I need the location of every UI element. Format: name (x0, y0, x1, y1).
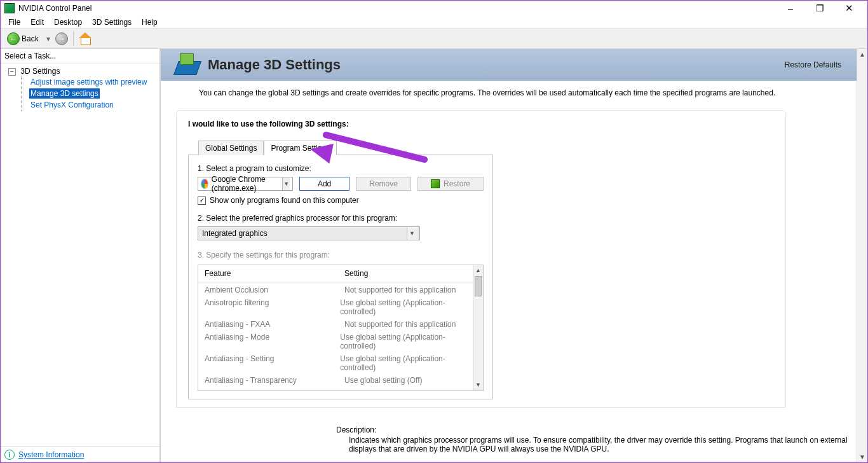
toolbar: ← Back ▾ → (1, 29, 867, 49)
nvidia-app-icon (4, 3, 15, 13)
step1-label: 1. Select a program to customize: (198, 164, 484, 173)
window-title: NVIDIA Control Panel (18, 4, 92, 13)
system-information-icon: i (4, 450, 15, 460)
sidebar-heading: Select a Task... (1, 49, 159, 64)
back-button[interactable]: ← Back (4, 31, 41, 46)
show-only-checkbox[interactable]: ✓ (198, 197, 206, 205)
column-setting: Setting (344, 269, 368, 278)
panel-lead-text: I would like to use the following 3D set… (188, 120, 774, 128)
main-content: Manage 3D Settings Restore Defaults You … (161, 49, 867, 462)
tree-item-manage-3d-settings[interactable]: Manage 3D settings (29, 88, 100, 99)
nvidia-3d-logo-icon (173, 52, 200, 78)
add-button[interactable]: Add (299, 177, 349, 191)
scroll-down-icon[interactable]: ▼ (473, 380, 483, 390)
tab-program-settings[interactable]: Program Settings (264, 141, 337, 155)
menu-3d-settings[interactable]: 3D Settings (87, 17, 137, 28)
menu-file[interactable]: File (3, 17, 25, 28)
minimize-button[interactable]: – (776, 1, 805, 16)
scroll-up-icon[interactable]: ▲ (473, 265, 483, 276)
settings-rows: Ambient OcclusionNot supported for this … (198, 282, 483, 390)
back-arrow-icon: ← (7, 32, 20, 45)
settings-table: Feature Setting Ambient OcclusionNot sup… (198, 265, 484, 391)
table-row: Ambient OcclusionNot supported for this … (205, 284, 477, 296)
tree-item-set-physx[interactable]: Set PhysX Configuration (29, 100, 115, 110)
tab-body: 1. Select a program to customize: Google… (188, 155, 493, 399)
menu-desktop[interactable]: Desktop (49, 17, 87, 28)
tabs: Global Settings Program Settings (198, 140, 774, 155)
maximize-button[interactable]: ❐ (805, 1, 834, 16)
table-row: Antialiasing - FXAANot supported for thi… (205, 318, 477, 331)
settings-panel: I would like to use the following 3D set… (176, 110, 786, 408)
task-tree: − 3D Settings Adjust image settings with… (1, 64, 159, 111)
page-header: Manage 3D Settings Restore Defaults (161, 49, 857, 81)
gpu-select[interactable]: Integrated graphics ▼ (198, 226, 420, 240)
menu-edit[interactable]: Edit (25, 17, 49, 28)
system-information-link[interactable]: System Information (18, 450, 84, 459)
scroll-down-icon[interactable]: ▼ (857, 452, 867, 462)
description-text: Indicates which graphics processor progr… (336, 436, 848, 453)
scroll-up-icon[interactable]: ▲ (857, 49, 867, 60)
program-select-value: Google Chrome (chrome.exe) (212, 175, 283, 193)
close-button[interactable]: ✕ (834, 1, 864, 16)
main-scrollbar[interactable]: ▲ ▼ (857, 49, 867, 462)
home-icon[interactable] (79, 32, 92, 45)
gpu-select-value: Integrated graphics (201, 229, 268, 238)
back-history-dropdown[interactable]: ▾ (44, 34, 53, 43)
chrome-icon (201, 179, 208, 189)
nvidia-logo-icon (431, 179, 440, 188)
table-row: Antialiasing - TransparencyUse global se… (205, 374, 477, 387)
tree-expander-icon[interactable]: − (8, 68, 16, 76)
forward-button[interactable]: → (55, 32, 68, 45)
restore-defaults-link[interactable]: Restore Defaults (785, 60, 844, 69)
column-feature: Feature (205, 269, 344, 278)
scroll-thumb[interactable] (475, 276, 482, 296)
page-title: Manage 3D Settings (208, 57, 785, 73)
restore-program-button: Restore (417, 177, 484, 191)
back-label: Back (22, 34, 39, 43)
chevron-down-icon: ▼ (282, 177, 290, 190)
program-select[interactable]: Google Chrome (chrome.exe) ▼ (198, 177, 293, 191)
table-row: Antialiasing - ModeUse global setting (A… (205, 331, 477, 352)
settings-scrollbar[interactable]: ▲ ▼ (473, 265, 483, 390)
tab-global-settings[interactable]: Global Settings (198, 141, 264, 155)
tree-item-adjust-image-settings[interactable]: Adjust image settings with preview (29, 77, 148, 87)
table-row: Anisotropic filteringUse global setting … (205, 296, 477, 318)
titlebar: NVIDIA Control Panel – ❐ ✕ (1, 1, 867, 16)
step2-label: 2. Select the preferred graphics process… (198, 214, 484, 223)
description-block: Description: Indicates which graphics pr… (336, 425, 848, 453)
menubar: File Edit Desktop 3D Settings Help (1, 16, 867, 29)
table-row: Antialiasing - SettingUse global setting… (205, 352, 477, 374)
menu-help[interactable]: Help (137, 17, 163, 28)
chevron-down-icon: ▼ (407, 227, 417, 240)
tree-root-3d-settings[interactable]: − 3D Settings (8, 66, 159, 76)
sidebar: Select a Task... − 3D Settings Adjust im… (1, 49, 161, 462)
show-only-label: Show only programs found on this compute… (210, 196, 359, 205)
remove-button: Remove (356, 177, 411, 191)
step3-label: 3. Specify the settings for this program… (198, 251, 484, 259)
page-intro-text: You can change the global 3D settings an… (161, 81, 857, 102)
toolbar-separator (73, 32, 74, 46)
description-title: Description: (336, 425, 848, 434)
